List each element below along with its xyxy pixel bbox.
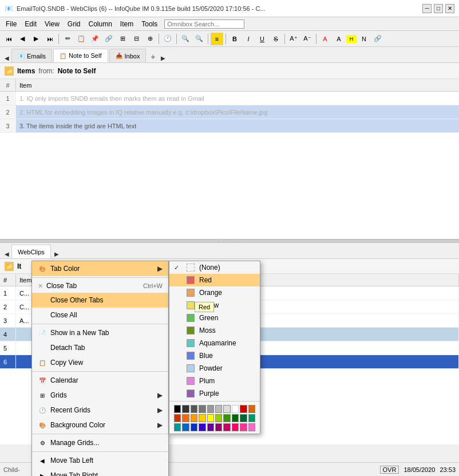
toolbar-btn-1[interactable]: ⏮ <box>2 33 15 45</box>
tab-note-to-self[interactable]: 📋 Note to Self <box>53 49 108 62</box>
toolbar-btn-12[interactable]: 🕐 <box>161 33 174 45</box>
menu-view[interactable]: View <box>41 19 63 29</box>
omnibox-input[interactable] <box>164 19 244 29</box>
color-cell[interactable] <box>191 414 197 422</box>
toolbar-btn-13[interactable]: 🔍 <box>179 33 192 45</box>
menu-item[interactable]: Item <box>117 19 137 29</box>
tab-emails[interactable]: 📧 Emails <box>11 49 52 62</box>
color-cell[interactable] <box>223 423 230 431</box>
cm-copy-view[interactable]: 📋 Copy View <box>32 355 168 370</box>
cm-recent-grids[interactable]: 🕐 Recent Grids ▶ <box>32 403 168 418</box>
toolbar-bold[interactable]: B <box>228 33 241 45</box>
csm-aquamarine[interactable]: Aquamarine <box>169 337 260 349</box>
toolbar-btn-14[interactable]: 🔍 <box>193 33 205 45</box>
toolbar-bg-color[interactable]: A <box>333 33 345 45</box>
cm-close-tab[interactable]: ✕ Close Tab Ctrl+W <box>32 279 168 293</box>
toolbar-btn-8[interactable]: 🔗 <box>102 33 115 45</box>
cm-manage-grids[interactable]: ⚙ Manage Grids... <box>32 435 168 450</box>
cm-close-all[interactable]: Close All <box>32 308 168 322</box>
menu-file[interactable]: File <box>2 19 20 29</box>
tab-nav-right[interactable]: ▶ <box>159 53 168 62</box>
csm-purple[interactable]: Purple <box>169 387 260 400</box>
color-cell[interactable] <box>248 423 255 431</box>
csm-orange[interactable]: Orange <box>169 286 260 299</box>
toolbar-btn-5[interactable]: ✏ <box>61 33 74 45</box>
color-cell[interactable] <box>248 414 255 422</box>
csm-none[interactable]: ✓ (None) <box>169 261 260 274</box>
toolbar-btn-11[interactable]: ⊕ <box>144 33 156 45</box>
csm-green[interactable]: Green <box>169 312 260 324</box>
cm-move-tab-left[interactable]: ◀ Move Tab Left <box>32 453 168 468</box>
minimize-button[interactable]: ─ <box>422 4 432 13</box>
color-cell[interactable] <box>248 405 255 413</box>
toolbar-btn-extra1[interactable]: N <box>358 33 370 45</box>
bottom-tab-webclips[interactable]: WebClips <box>11 245 51 258</box>
toolbar-btn-10[interactable]: ⊟ <box>130 33 143 45</box>
cm-detach-tab[interactable]: Detach Tab <box>32 340 168 355</box>
color-cell[interactable] <box>207 423 214 431</box>
color-cell[interactable] <box>199 405 205 413</box>
cm-show-new-tab[interactable]: 📄 Show in a New Tab <box>32 325 168 340</box>
menu-edit[interactable]: Edit <box>21 19 40 29</box>
color-cell[interactable] <box>240 405 247 413</box>
toolbar-underline[interactable]: U <box>256 33 268 45</box>
color-cell[interactable] <box>232 423 239 431</box>
tab-add-button[interactable]: + <box>147 51 159 62</box>
cm-move-tab-right[interactable]: ▶ Move Tab Right <box>32 468 168 476</box>
color-cell[interactable] <box>199 414 205 422</box>
toolbar-font-color[interactable]: A <box>319 33 331 45</box>
cm-close-other[interactable]: Close Other Tabs <box>32 293 168 308</box>
toolbar-italic[interactable]: I <box>242 33 255 45</box>
tab-nav-left[interactable]: ◀ <box>2 53 11 62</box>
toolbar-btn-4[interactable]: ⏭ <box>43 33 56 45</box>
color-cell[interactable] <box>182 423 189 431</box>
color-cell[interactable] <box>174 423 181 431</box>
toolbar-font-size-inc[interactable]: A⁺ <box>287 33 300 45</box>
menu-grid[interactable]: Grid <box>64 19 84 29</box>
toolbar-font-size-dec[interactable]: A⁻ <box>301 33 314 45</box>
cm-tab-color[interactable]: 🎨 Tab Color ▶ <box>32 261 168 276</box>
color-cell[interactable] <box>215 405 222 413</box>
table-row[interactable]: 3 3. The items inside the grid are HTML … <box>0 119 459 133</box>
color-cell[interactable] <box>240 423 247 431</box>
color-cell[interactable] <box>182 414 189 422</box>
color-cell[interactable] <box>182 405 189 413</box>
toolbar-btn-extra2[interactable]: 🔗 <box>371 33 384 45</box>
toolbar-highlight-color[interactable]: H <box>346 35 357 43</box>
color-cell[interactable] <box>223 414 230 422</box>
toolbar-btn-2[interactable]: ◀ <box>16 33 29 45</box>
menu-column[interactable]: Column <box>85 19 116 29</box>
color-cell[interactable] <box>215 414 222 422</box>
toolbar-btn-6[interactable]: 📋 <box>75 33 88 45</box>
csm-yellow[interactable]: Yellow <box>169 299 260 312</box>
cm-background-color[interactable]: 🎨 Background Color ▶ <box>32 418 168 432</box>
color-cell[interactable] <box>232 405 239 413</box>
close-button[interactable]: ✕ <box>445 4 454 13</box>
color-cell[interactable] <box>223 405 230 413</box>
color-cell[interactable] <box>199 423 205 431</box>
color-cell[interactable] <box>207 405 214 413</box>
toolbar-strikethrough[interactable]: S <box>270 33 282 45</box>
csm-blue[interactable]: Blue <box>169 349 260 362</box>
menu-tools[interactable]: Tools <box>138 19 161 29</box>
color-cell[interactable] <box>215 423 222 431</box>
bottom-tab-nav-left[interactable]: ◀ <box>2 249 11 258</box>
csm-plum[interactable]: Plum <box>169 375 260 387</box>
color-cell[interactable] <box>240 414 247 422</box>
toolbar-btn-3[interactable]: ▶ <box>30 33 42 45</box>
table-row[interactable]: 1 1. IQ only imports SNDB emails then ma… <box>0 92 459 105</box>
color-cell[interactable] <box>174 414 181 422</box>
bottom-tab-nav-right[interactable]: ▶ <box>52 249 61 258</box>
tab-inbox[interactable]: 📥 Inbox <box>109 49 147 62</box>
color-cell[interactable] <box>174 405 181 413</box>
cm-calendar[interactable]: 📅 Calendar <box>32 373 168 388</box>
csm-red[interactable]: Red <box>169 274 260 286</box>
toolbar-btn-9[interactable]: ⊞ <box>116 33 129 45</box>
csm-moss[interactable]: Moss <box>169 324 260 337</box>
cm-grids[interactable]: ⊞ Grids ▶ <box>32 388 168 403</box>
csm-powder[interactable]: Powder <box>169 362 260 375</box>
table-row[interactable]: 2 2. HTML for embedding images in IQ rel… <box>0 105 459 119</box>
toolbar-btn-7[interactable]: 📌 <box>89 33 101 45</box>
color-cell[interactable] <box>191 423 197 431</box>
maximize-button[interactable]: □ <box>434 4 443 13</box>
